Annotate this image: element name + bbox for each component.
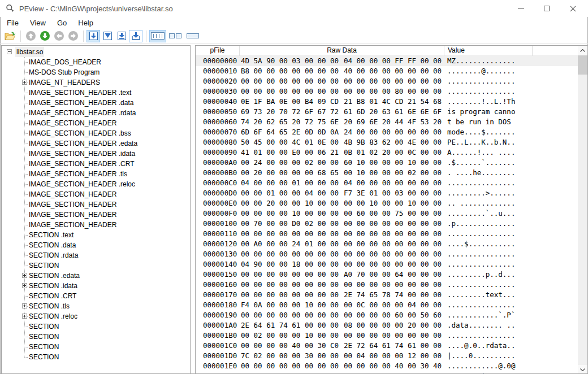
minimize-button[interactable] bbox=[508, 0, 534, 17]
menu-item[interactable]: File bbox=[2, 18, 23, 28]
tree-item[interactable]: IMAGE_SECTION_HEADER .text bbox=[2, 88, 190, 98]
hex-row[interactable]: 00000070 6D 6F 64 65 2E 0D 0D 0A 24 00 0… bbox=[196, 127, 578, 137]
tree-item-label: IMAGE_SECTION_HEADER bbox=[28, 189, 118, 199]
hex-address: 00000130 bbox=[203, 249, 237, 259]
layout-split-button[interactable] bbox=[167, 30, 184, 42]
view-data-byte-button[interactable] bbox=[87, 30, 100, 42]
tree-item[interactable]: IMAGE_SECTION_HEADER bbox=[2, 118, 190, 128]
view-data-dword-button[interactable] bbox=[115, 30, 128, 42]
tree-item[interactable]: SECTION .CRT bbox=[2, 291, 190, 301]
tree-item[interactable]: SECTION bbox=[2, 352, 190, 362]
hex-row[interactable]: 00000170 00 00 00 00 00 00 00 00 2E 74 6… bbox=[196, 290, 578, 300]
tree-item[interactable]: IMAGE_SECTION_HEADER .edata bbox=[2, 138, 190, 149]
scroll-down-button[interactable] bbox=[578, 365, 587, 374]
hex-row[interactable]: 00000000 4D 5A 90 00 03 00 00 00 04 00 0… bbox=[196, 56, 578, 66]
scroll-up-button[interactable] bbox=[578, 46, 587, 55]
scrollbar-thumb[interactable] bbox=[578, 55, 587, 75]
menu-item[interactable]: View bbox=[25, 18, 50, 28]
hex-row[interactable]: 00000020 00 00 00 00 00 00 00 00 00 00 0… bbox=[196, 76, 578, 86]
tree-item[interactable]: IMAGE_SECTION_HEADER bbox=[2, 189, 190, 199]
hex-row[interactable]: 000000D0 00 00 01 00 00 04 00 00 F7 3E 0… bbox=[196, 188, 578, 198]
tree-expand-toggle[interactable] bbox=[22, 283, 27, 288]
maximize-button[interactable] bbox=[534, 0, 560, 17]
hex-row[interactable]: 00000060 74 20 62 65 20 72 75 6E 20 69 6… bbox=[196, 117, 578, 127]
tree-item[interactable]: IMAGE_SECTION_HEADER .data bbox=[2, 98, 190, 108]
tree-expand-toggle[interactable] bbox=[22, 303, 27, 308]
tree-item[interactable]: libstar.so bbox=[2, 47, 190, 57]
hex-bytes-high: 04 00 00 00 FF FF 00 00 bbox=[344, 56, 442, 66]
tree-expand-toggle[interactable] bbox=[22, 314, 27, 319]
tree-item[interactable]: SECTION .edata bbox=[2, 271, 190, 281]
menu-item[interactable]: Go bbox=[53, 18, 71, 28]
tree-item[interactable]: SECTION .text bbox=[2, 230, 190, 240]
hex-row[interactable]: 000001D0 7C 02 00 00 00 30 00 00 00 04 0… bbox=[196, 351, 578, 361]
tree-expand-toggle[interactable] bbox=[22, 273, 27, 278]
hex-row[interactable]: 000001F0 2F 34 00 00 00 00 00 00 24 40 0… bbox=[196, 371, 578, 374]
tree-item[interactable]: IMAGE_SECTION_HEADER .rdata bbox=[2, 108, 190, 118]
hex-row[interactable]: 000001E0 00 00 00 00 00 00 00 00 00 00 0… bbox=[196, 361, 578, 371]
tree-item[interactable]: SECTION .reloc bbox=[2, 311, 190, 321]
hex-row[interactable]: 00000010 B8 00 00 00 00 00 00 00 40 00 0… bbox=[196, 66, 578, 76]
hex-row[interactable]: 00000050 69 73 20 70 72 6F 67 72 61 6D 2… bbox=[196, 107, 578, 117]
hex-row[interactable]: 000000A0 00 24 00 00 00 02 00 00 60 10 0… bbox=[196, 158, 578, 168]
column-header-pfile[interactable]: pFile bbox=[196, 46, 240, 56]
tree-item[interactable]: IMAGE_SECTION_HEADER .reloc bbox=[2, 179, 190, 189]
menu-item[interactable]: Help bbox=[74, 18, 98, 28]
go-forward-button[interactable] bbox=[66, 30, 80, 42]
column-header-value[interactable]: Value bbox=[444, 46, 533, 56]
tree-item[interactable]: SECTION .idata bbox=[2, 281, 190, 291]
view-data-word-button[interactable] bbox=[101, 30, 114, 42]
hex-row[interactable]: 000000E0 00 00 20 00 00 10 00 00 00 00 1… bbox=[196, 198, 578, 208]
hex-address: 00000040 bbox=[203, 97, 237, 107]
hex-row[interactable]: 00000150 00 00 00 00 00 00 00 00 A0 70 0… bbox=[196, 269, 578, 280]
tree-item[interactable]: SECTION bbox=[2, 332, 190, 342]
layout-columns-button[interactable] bbox=[149, 30, 166, 42]
column-header-raw-data[interactable]: Raw Data bbox=[240, 46, 444, 56]
hex-row[interactable]: 000001B0 00 02 00 00 00 10 00 00 00 00 0… bbox=[196, 330, 578, 341]
hex-row[interactable]: 000000B0 00 20 00 00 00 00 68 65 00 10 0… bbox=[196, 168, 578, 178]
tree-item[interactable]: SECTION bbox=[2, 321, 190, 332]
go-down-button[interactable] bbox=[38, 30, 51, 42]
tree-item[interactable]: IMAGE_SECTION_HEADER .CRT bbox=[2, 159, 190, 169]
tree-item[interactable]: SECTION .rdata bbox=[2, 250, 190, 260]
hex-row[interactable]: 00000190 00 00 00 00 00 00 00 00 00 00 0… bbox=[196, 310, 578, 320]
layout-single-button[interactable] bbox=[184, 30, 201, 42]
go-back-button[interactable] bbox=[52, 30, 66, 42]
hex-row[interactable]: 00000160 00 00 00 00 00 00 00 00 00 00 0… bbox=[196, 280, 578, 290]
open-file-button[interactable] bbox=[3, 30, 17, 42]
vertical-scrollbar[interactable] bbox=[578, 46, 587, 374]
tree-item[interactable]: IMAGE_SECTION_HEADER .idata bbox=[2, 149, 190, 159]
tree-item[interactable]: IMAGE_SECTION_HEADER .tls bbox=[2, 169, 190, 179]
hex-row[interactable]: 000001A0 2E 64 61 74 61 00 00 00 08 00 0… bbox=[196, 320, 578, 330]
tree-item[interactable]: IMAGE_SECTION_HEADER bbox=[2, 210, 190, 220]
tree-item[interactable]: IMAGE_SECTION_HEADER bbox=[2, 220, 190, 230]
go-up-button[interactable] bbox=[24, 30, 37, 42]
tree-item[interactable]: IMAGE_SECTION_HEADER .bss bbox=[2, 128, 190, 138]
hex-bytes-low: 69 73 20 70 72 6F 67 72 bbox=[241, 107, 339, 117]
hex-row[interactable]: 000001C0 00 00 00 00 40 00 30 C0 2E 72 6… bbox=[196, 341, 578, 351]
close-button[interactable] bbox=[560, 0, 586, 17]
hex-row[interactable]: 00000040 0E 1F BA 0E 00 B4 09 CD 21 B8 0… bbox=[196, 97, 578, 107]
tree-item[interactable]: SECTION bbox=[2, 260, 190, 271]
tree-item[interactable]: MS-DOS Stub Program bbox=[2, 67, 190, 77]
tree-item[interactable]: IMAGE_NT_HEADERS bbox=[2, 77, 190, 88]
hex-row[interactable]: 00000180 F4 0A 00 00 00 10 00 00 00 0C 0… bbox=[196, 300, 578, 310]
tree-item[interactable]: IMAGE_SECTION_HEADER bbox=[2, 199, 190, 210]
hex-row[interactable]: 00000110 00 00 00 00 00 00 00 00 00 00 0… bbox=[196, 229, 578, 239]
hex-row[interactable]: 00000100 00 70 00 00 D0 02 00 00 00 00 0… bbox=[196, 219, 578, 229]
tree-item[interactable]: SECTION .tls bbox=[2, 301, 190, 311]
hex-row[interactable]: 000000C0 04 00 00 00 01 00 00 00 04 00 0… bbox=[196, 178, 578, 188]
hex-row[interactable]: 00000030 00 00 00 00 00 00 00 00 00 00 0… bbox=[196, 86, 578, 97]
hex-row[interactable]: 00000090 41 01 00 00 E0 00 06 21 0B 01 0… bbox=[196, 147, 578, 158]
tree-expand-toggle[interactable] bbox=[22, 80, 27, 85]
tree-item[interactable]: IMAGE_DOS_HEADER bbox=[2, 57, 190, 67]
hex-row[interactable]: 00000120 00 A0 00 00 24 01 00 00 00 00 0… bbox=[196, 239, 578, 249]
hex-row[interactable]: 00000130 00 00 00 00 00 00 00 00 00 00 0… bbox=[196, 249, 578, 259]
view-data-qword-button[interactable] bbox=[129, 30, 142, 42]
hex-row[interactable]: 00000140 04 90 00 00 18 00 00 00 00 00 0… bbox=[196, 259, 578, 269]
tree-item[interactable]: SECTION bbox=[2, 342, 190, 352]
tree-item[interactable]: SECTION .data bbox=[2, 240, 190, 250]
hex-row[interactable]: 000000F0 00 00 00 00 10 00 00 00 00 60 0… bbox=[196, 208, 578, 219]
tree-expand-toggle[interactable] bbox=[7, 49, 12, 54]
hex-row[interactable]: 00000080 50 45 00 00 4C 01 0E 00 4B 9B 8… bbox=[196, 137, 578, 147]
